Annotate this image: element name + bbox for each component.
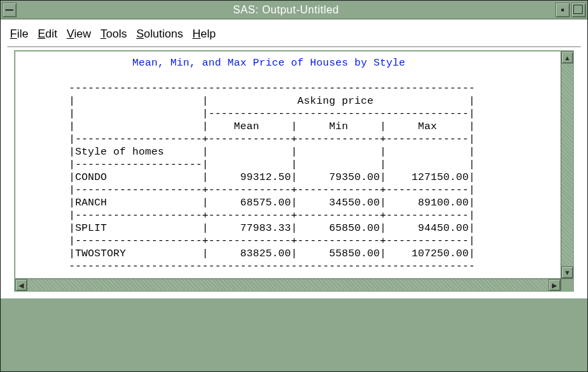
menu-solutions[interactable]: Solutions [136, 27, 183, 41]
scroll-left-button[interactable]: ◀ [15, 279, 27, 291]
scroll-down-button[interactable]: ▼ [561, 266, 573, 278]
horizontal-scrollbar[interactable]: ◀ ▶ [15, 278, 561, 290]
output-viewport[interactable]: Mean, Min, and Max Price of Houses by St… [15, 52, 561, 278]
vertical-scrollbar[interactable]: ▲ ▼ [561, 52, 573, 278]
maximize-button[interactable] [571, 3, 586, 17]
menubar: File Edit View Tools Solutions Help [7, 23, 581, 46]
app-window: SAS: Output-Untitled File Edit View Tool… [0, 0, 588, 372]
menubar-container: File Edit View Tools Solutions Help Mean… [1, 19, 587, 298]
menu-view[interactable]: View [67, 27, 92, 41]
scroll-up-button[interactable]: ▲ [561, 52, 573, 64]
vertical-scroll-track[interactable] [561, 64, 573, 266]
client-area: Mean, Min, and Max Price of Houses by St… [7, 48, 581, 298]
menu-file[interactable]: File [10, 27, 28, 41]
window-menu-button[interactable] [2, 3, 17, 17]
output-frame: Mean, Min, and Max Price of Houses by St… [14, 50, 574, 292]
menu-tools[interactable]: Tools [100, 27, 127, 41]
menu-help[interactable]: Help [192, 27, 216, 41]
titlebar: SAS: Output-Untitled [1, 1, 587, 19]
window-title: SAS: Output-Untitled [17, 4, 555, 16]
menu-edit[interactable]: Edit [37, 27, 57, 41]
sas-output-text: Mean, Min, and Max Price of Houses by St… [18, 57, 558, 273]
horizontal-scroll-track[interactable] [27, 279, 549, 290]
scroll-right-button[interactable]: ▶ [549, 279, 561, 291]
scrollbar-corner [561, 278, 573, 290]
minimize-button[interactable] [555, 3, 570, 17]
window-controls [555, 3, 586, 17]
